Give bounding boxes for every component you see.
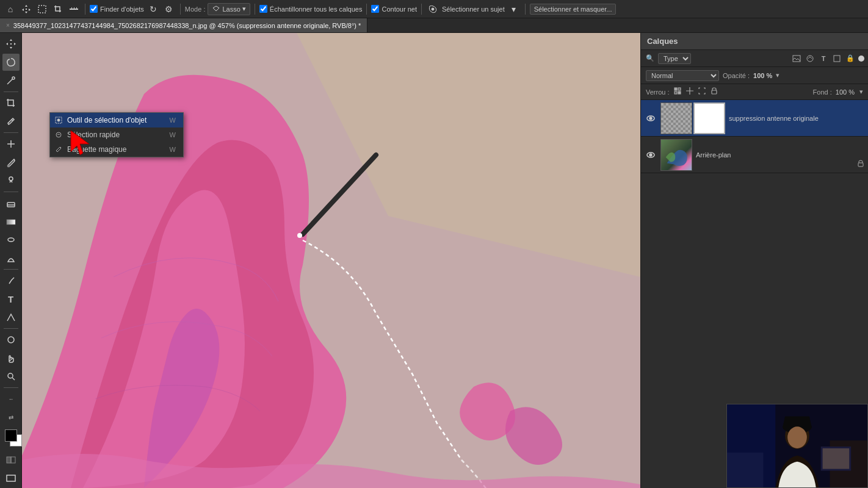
context-item-shortcut-0: W bbox=[170, 117, 176, 124]
webcam-overlay bbox=[726, 404, 868, 488]
tool-sep-5 bbox=[4, 328, 18, 329]
sep1 bbox=[85, 4, 85, 15]
tab-bar: × 358449377_10231477437144984_7502682176… bbox=[0, 18, 868, 33]
layer-thumbs-0 bbox=[660, 102, 725, 134]
layer-visibility-1[interactable] bbox=[645, 149, 657, 161]
healing-tool[interactable] bbox=[2, 135, 20, 152]
fill-arrow[interactable]: ▾ bbox=[859, 88, 863, 96]
contour-checkbox[interactable]: Contour net bbox=[371, 5, 416, 13]
svg-marker-18 bbox=[297, 33, 640, 277]
lock-move-icon[interactable] bbox=[685, 87, 694, 97]
tool-sep-4 bbox=[4, 269, 18, 270]
text-layer-icon[interactable]: T bbox=[818, 53, 829, 64]
lasso-tool[interactable] bbox=[2, 54, 20, 71]
image-layer-icon[interactable] bbox=[791, 53, 802, 64]
dropdown-arrow-icon[interactable]: ▾ bbox=[507, 2, 521, 16]
finder-checkbox[interactable]: Finder d'objets bbox=[90, 5, 144, 13]
svg-point-34 bbox=[649, 117, 652, 120]
quick-select-icon bbox=[54, 130, 63, 140]
layer-thumb-1 bbox=[660, 139, 692, 171]
magic-wand-tool[interactable] bbox=[2, 72, 20, 89]
svg-point-41 bbox=[787, 426, 807, 448]
right-panel: Calques 🔍 Type T 🔒 Normal Opacité : bbox=[640, 33, 868, 488]
lock-artboard-icon[interactable] bbox=[698, 87, 706, 97]
crop-tool[interactable] bbox=[2, 95, 20, 112]
selection-tool-icon bbox=[54, 115, 63, 125]
tab-title: 358449377_10231477437144984_750268217698… bbox=[13, 22, 361, 29]
blur-tool[interactable] bbox=[2, 231, 20, 248]
select-subject-label[interactable]: Sélectionner un sujet bbox=[442, 5, 505, 13]
rect-select-icon[interactable] bbox=[35, 2, 49, 16]
canvas-area: Outil de sélection d'objet W Sélection r… bbox=[22, 33, 640, 488]
blend-mode-bar: Normal Opacité : 100 % ▾ bbox=[641, 67, 868, 84]
eyedropper-tool[interactable] bbox=[2, 113, 20, 130]
zoom-tool[interactable] bbox=[2, 368, 20, 385]
tab-close-icon[interactable]: × bbox=[6, 22, 10, 29]
select-subject-icon[interactable] bbox=[426, 2, 439, 16]
measure-icon[interactable] bbox=[67, 2, 81, 16]
top-toolbar: ⌂ Finder d'objets ↻ ⚙ Mode : Lasso ▾ Éch… bbox=[0, 0, 868, 18]
eraser-tool[interactable] bbox=[2, 195, 20, 212]
layer-item-1[interactable]: Arrière-plan bbox=[641, 137, 868, 173]
svg-rect-28 bbox=[675, 88, 677, 90]
dodge-tool[interactable] bbox=[2, 249, 20, 267]
tool-sep-2 bbox=[4, 132, 18, 133]
path-select-tool[interactable] bbox=[2, 309, 20, 326]
echantillonner-checkbox[interactable]: Échantillonner tous les calques bbox=[259, 5, 363, 13]
context-menu-item-0[interactable]: Outil de sélection d'objet W bbox=[50, 113, 183, 127]
tool-sep-1 bbox=[4, 92, 18, 92]
opacity-arrow[interactable]: ▾ bbox=[776, 71, 779, 79]
shape-layer-icon[interactable] bbox=[831, 53, 842, 64]
move-tool[interactable] bbox=[2, 35, 20, 52]
lock-icon-layer bbox=[857, 160, 864, 169]
foreground-color[interactable] bbox=[5, 429, 17, 442]
select-mask-button[interactable]: Sélectionner et masquer... bbox=[530, 4, 617, 15]
svg-point-7 bbox=[7, 165, 10, 167]
svg-point-12 bbox=[8, 337, 14, 343]
svg-rect-46 bbox=[727, 404, 775, 488]
gradient-tool[interactable] bbox=[2, 213, 20, 230]
layer-type-select[interactable]: Type bbox=[658, 53, 691, 64]
calques-toolbar1: 🔍 Type T 🔒 bbox=[641, 50, 868, 67]
shape-tool[interactable] bbox=[2, 331, 20, 348]
pen-tool[interactable] bbox=[2, 272, 20, 289]
context-menu-item-2[interactable]: Baguette magique W bbox=[50, 142, 183, 157]
layer-visibility-0[interactable] bbox=[645, 112, 657, 124]
tool-sep-6 bbox=[4, 387, 18, 388]
layer-item-0[interactable]: suppression antenne originale bbox=[641, 100, 868, 137]
sep4 bbox=[366, 4, 367, 15]
context-menu-item-1[interactable]: Sélection rapide W bbox=[50, 127, 183, 142]
svg-rect-4 bbox=[76, 7, 77, 9]
home-icon[interactable]: ⌂ bbox=[4, 2, 17, 16]
crop-icon[interactable] bbox=[51, 2, 65, 16]
screen-mode-icon[interactable] bbox=[2, 470, 20, 487]
clone-tool[interactable] bbox=[2, 172, 20, 189]
arrow-icon[interactable]: ⇄ bbox=[2, 409, 20, 426]
search-layers-icon[interactable]: 🔍 bbox=[645, 53, 656, 64]
settings-icon[interactable]: ⚙ bbox=[162, 2, 176, 16]
hand-tool[interactable] bbox=[2, 350, 20, 367]
context-menu: Outil de sélection d'objet W Sélection r… bbox=[49, 112, 184, 157]
svg-rect-29 bbox=[678, 88, 681, 90]
magic-wand-menu-icon bbox=[54, 145, 63, 154]
tool-sep-3 bbox=[4, 192, 18, 192]
mode-dropdown[interactable]: Lasso ▾ bbox=[208, 3, 250, 15]
calques-title: Calques bbox=[647, 37, 678, 46]
lock-pixels-icon[interactable] bbox=[673, 87, 682, 97]
sep5 bbox=[421, 4, 422, 15]
svg-rect-16 bbox=[7, 475, 15, 481]
svg-rect-32 bbox=[712, 90, 717, 94]
adjustment-layer-icon[interactable] bbox=[805, 53, 816, 64]
text-tool[interactable]: T bbox=[2, 290, 20, 307]
active-tab[interactable]: × 358449377_10231477437144984_7502682176… bbox=[0, 18, 367, 32]
dots-icon[interactable]: ··· bbox=[2, 390, 20, 407]
blend-mode-select[interactable]: Normal bbox=[646, 70, 719, 81]
lock-all-icon[interactable] bbox=[710, 87, 718, 97]
move-tool-icon[interactable] bbox=[20, 2, 33, 16]
quick-mask-icon[interactable] bbox=[2, 451, 20, 468]
brush-tool[interactable] bbox=[2, 154, 20, 171]
canvas-content bbox=[22, 33, 640, 488]
refresh-icon[interactable]: ↻ bbox=[146, 2, 160, 16]
svg-point-11 bbox=[8, 238, 14, 242]
lock-layer-icon[interactable]: 🔒 bbox=[845, 53, 856, 64]
